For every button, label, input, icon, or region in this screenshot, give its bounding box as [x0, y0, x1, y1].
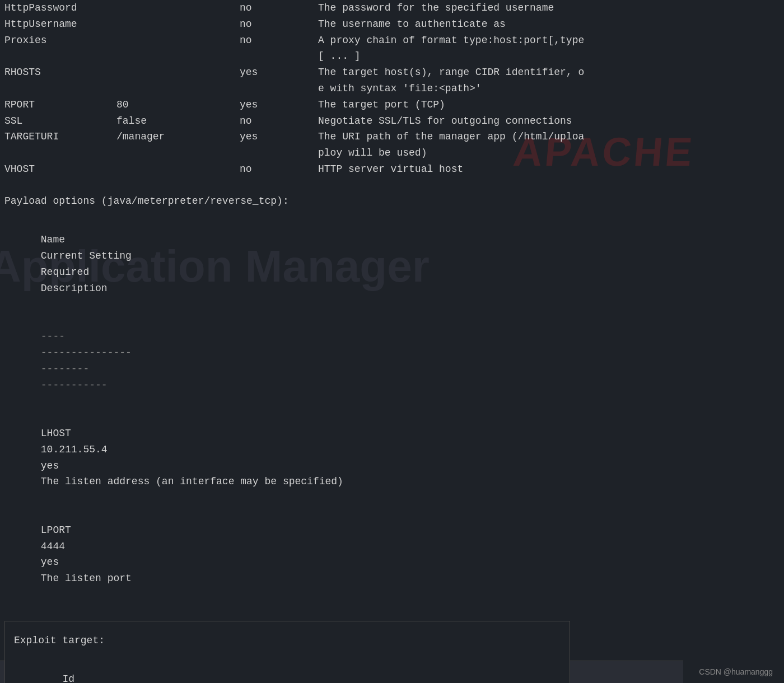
terminal-content: HttpPasswordnoThe password for the speci…: [0, 0, 784, 683]
option-targeturi-cont: ploy will be used): [4, 145, 780, 161]
option-proxies-cont: [ ... ]: [4, 48, 780, 64]
option-rhosts: RHOSTSyesThe target host(s), range CIDR …: [4, 64, 780, 81]
option-proxies: ProxiesnoA proxy chain of format type:ho…: [4, 32, 780, 49]
terminal: APACHE Application Manager HttpPasswordn…: [0, 0, 784, 683]
option-httpusername: HttpUsernamenoThe username to authentica…: [4, 16, 780, 32]
payload-table-header: Name Current Setting Required Descriptio…: [4, 216, 780, 313]
option-vhost: VHOSTnoHTTP server virtual host: [4, 161, 780, 177]
payload-lhost: LHOST 10.211.55.4 yes The listen address…: [4, 409, 780, 506]
payload-lport: LPORT 4444 yes The listen port: [4, 506, 780, 603]
option-httppassword: HttpPasswordnoThe password for the speci…: [4, 0, 780, 16]
payload-table-divider: ---- --------------- -------- ----------…: [4, 312, 780, 409]
exploit-target-header: Id Name: [14, 655, 561, 683]
payload-section-title: Payload options (java/meterpreter/revers…: [4, 193, 780, 209]
option-rhosts-cont: e with syntax 'file:<path>': [4, 81, 780, 97]
exploit-target-title: Exploit target:: [14, 633, 561, 649]
option-targeturi: TARGETURI/manageryesThe URI path of the …: [4, 129, 780, 145]
option-ssl: SSLfalsenoNegotiate SSL/TLS for outgoing…: [4, 113, 780, 129]
exploit-target-box: Exploit target: Id Name -- ---- 0 Java U…: [4, 621, 570, 683]
option-rport: RPORT80yesThe target port (TCP): [4, 97, 780, 113]
